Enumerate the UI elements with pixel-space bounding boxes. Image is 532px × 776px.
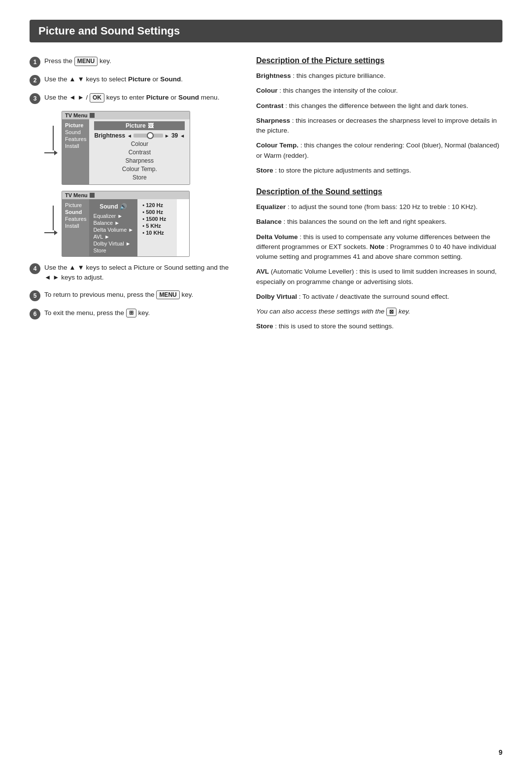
sound-menu-box: TV Menu Picture Sound Features Install S… bbox=[62, 191, 190, 257]
sound-menu-sidebar: Picture Sound Features Install bbox=[62, 199, 89, 256]
step-text-5: To return to previous menu, press the ME… bbox=[44, 290, 193, 300]
colour-temp-desc: Colour Temp. : this changes the colour r… bbox=[256, 141, 502, 161]
picture-icon: 🖼 bbox=[148, 122, 154, 129]
sound-menu-body: Picture Sound Features Install Sound 🔊 E… bbox=[62, 199, 189, 256]
sound-menu-mockup: TV Menu Picture Sound Features Install S… bbox=[44, 191, 236, 257]
contrast-term: Contrast bbox=[256, 102, 284, 109]
sound-icon: 🔊 bbox=[120, 203, 127, 210]
menu-key-1: MENU bbox=[74, 57, 98, 66]
sidebar-sound: Sound bbox=[65, 129, 86, 135]
step-num-4: 4 bbox=[30, 263, 40, 274]
sound-menu-right: • 120 Hz • 500 Hz • 1500 Hz • 5 KHz • 10… bbox=[137, 199, 177, 256]
colour-desc: Colour : this changes the intensity of t… bbox=[256, 86, 502, 96]
h-line-horiz-2 bbox=[44, 232, 54, 233]
slider-right-arrow: ► bbox=[165, 133, 169, 139]
store-sound-desc-text: : this is used to store the sound settin… bbox=[275, 322, 394, 330]
sound-sidebar-picture: Picture bbox=[65, 202, 86, 208]
delta-volume-row: Delta Voliume ► bbox=[93, 227, 133, 233]
step-num-3: 3 bbox=[30, 93, 40, 104]
step-5: 5 To return to previous menu, press the … bbox=[30, 290, 236, 301]
colour-desc-text: : this changes the intensity of the colo… bbox=[279, 87, 398, 94]
sound-sidebar-install: Install bbox=[65, 223, 86, 229]
sound-menu-left: Sound 🔊 Equalizer ► Balance ► Delta Voli… bbox=[89, 199, 137, 256]
equalizer-desc: Equalizer : to adjust the sound tone (fr… bbox=[256, 202, 502, 212]
colour-temp-row: Colour Temp. bbox=[94, 166, 185, 173]
dolby-virtual-term: Dolby Virtual bbox=[256, 293, 297, 300]
page-title: Picture and Sound Settings bbox=[30, 20, 502, 42]
colour-temp-term: Colour Temp. bbox=[256, 141, 299, 149]
store-picture-term: Store bbox=[256, 167, 273, 174]
special-key: ⊠ bbox=[386, 308, 397, 316]
brightness-desc-text: : this changes picture brilliance. bbox=[293, 72, 385, 79]
menu-key-5: MENU bbox=[156, 290, 179, 300]
picture-menu-header: TV Menu bbox=[62, 111, 190, 119]
step-text-3: Use the ◄ ► / OK keys to enter Picture o… bbox=[44, 93, 219, 103]
contrast-desc: Contrast : this changes the difference b… bbox=[256, 101, 502, 111]
page-number: 9 bbox=[499, 748, 502, 756]
freq-120: • 120 Hz bbox=[142, 202, 172, 208]
left-column: 1 Press the MENU key. 2 Use the ▲ ▼ keys… bbox=[30, 56, 236, 337]
sound-menu-title: Sound 🔊 bbox=[93, 202, 133, 211]
colour-term: Colour bbox=[256, 87, 278, 94]
balance-row: Balance ► bbox=[93, 220, 133, 226]
brightness-adj: ◄ bbox=[180, 133, 185, 139]
step-2: 2 Use the ▲ ▼ keys to select Picture or … bbox=[30, 74, 236, 86]
v-line-1 bbox=[53, 126, 54, 150]
store-picture-desc: Store : to store the picture adjustments… bbox=[256, 166, 502, 176]
exit-key: ⊞ bbox=[126, 309, 136, 317]
equalizer-row: Equalizer ► bbox=[93, 213, 133, 219]
step-text-6: To exit the menu, press the ⊞ key. bbox=[44, 308, 150, 318]
freq-500: • 500 Hz bbox=[142, 209, 172, 215]
freq-10khz: • 10 KHz bbox=[142, 230, 172, 236]
sharpness-row: Sharpness bbox=[94, 157, 185, 164]
slider-knob bbox=[147, 132, 154, 139]
picture-menu-arrow bbox=[44, 126, 58, 155]
step-num-6: 6 bbox=[30, 309, 40, 319]
picture-menu-main: Picture 🖼 Brightness ◄ ► bbox=[89, 119, 190, 184]
h-line-horiz-1 bbox=[44, 152, 54, 153]
contrast-desc-text: : this changes the difference between th… bbox=[285, 102, 468, 109]
sound-sidebar-sound: Sound bbox=[65, 209, 86, 215]
brightness-label: Brightness bbox=[94, 132, 125, 139]
equalizer-desc-text: : to adjust the sound tone (from bass: 1… bbox=[288, 203, 478, 211]
sharpness-desc-text: : this increases or decreases the sharpn… bbox=[256, 117, 497, 134]
brightness-slider: ◄ ► bbox=[127, 133, 169, 139]
store-sound-row: Store bbox=[93, 247, 133, 253]
step-num-2: 2 bbox=[30, 75, 40, 86]
step-1: 1 Press the MENU key. bbox=[30, 56, 236, 68]
avl-desc: AVL (Automatic Volume Leveller) : this i… bbox=[256, 267, 502, 287]
step-text-1: Press the MENU key. bbox=[44, 56, 111, 66]
picture-menu-box: TV Menu Picture Sound Features Install P… bbox=[62, 111, 190, 185]
store-sound-term: Store bbox=[256, 322, 273, 330]
brightness-term: Brightness bbox=[256, 72, 291, 79]
sidebar-install: Install bbox=[65, 143, 86, 149]
picture-menu-body: Picture Sound Features Install Picture 🖼… bbox=[62, 119, 190, 184]
balance-term: Balance bbox=[256, 218, 282, 225]
step-6: 6 To exit the menu, press the ⊞ key. bbox=[30, 308, 236, 319]
colour-row: Colour bbox=[94, 141, 185, 147]
dolby-virtual-desc: Dolby Virtual : To activate / deactivate… bbox=[256, 292, 502, 302]
equalizer-term: Equalizer bbox=[256, 203, 286, 211]
sound-menu-header: TV Menu bbox=[62, 191, 189, 199]
step-3: 3 Use the ◄ ► / OK keys to enter Picture… bbox=[30, 93, 236, 104]
picture-menu-sidebar: Picture Sound Features Install bbox=[62, 119, 89, 184]
sharpness-desc: Sharpness : this increases or decreases … bbox=[256, 116, 502, 136]
store-picture-desc-text: : to store the picture adjustments and s… bbox=[275, 167, 411, 174]
h-line-2 bbox=[44, 230, 58, 235]
step-4: 4 Use the ▲ ▼ keys to select a Picture o… bbox=[30, 263, 236, 283]
freq-5khz: • 5 KHz bbox=[142, 223, 172, 229]
dolby-virtual-desc-text: : To activate / deactivate the surround … bbox=[299, 293, 449, 300]
right-column: Description of the Picture settings Brig… bbox=[256, 56, 502, 337]
picture-menu-title: Picture 🖼 bbox=[94, 121, 185, 130]
tv-menu-icon-1 bbox=[90, 113, 95, 118]
brightness-row: Brightness ◄ ► 39 ◄ bbox=[94, 132, 185, 139]
delta-volume-term: Delta Volume bbox=[256, 233, 298, 241]
step-text-4: Use the ▲ ▼ keys to select a Picture or … bbox=[44, 263, 236, 283]
also-access-key-label: key. bbox=[399, 308, 410, 315]
step-num-5: 5 bbox=[30, 290, 40, 301]
balance-desc: Balance : this balances the sound on the… bbox=[256, 217, 502, 227]
sound-menu-arrow bbox=[44, 206, 58, 235]
avl-row: AVL ► bbox=[93, 234, 133, 240]
store-sound-desc: Store : this is used to store the sound … bbox=[256, 321, 502, 331]
picture-desc-title: Description of the Picture settings bbox=[256, 56, 502, 65]
